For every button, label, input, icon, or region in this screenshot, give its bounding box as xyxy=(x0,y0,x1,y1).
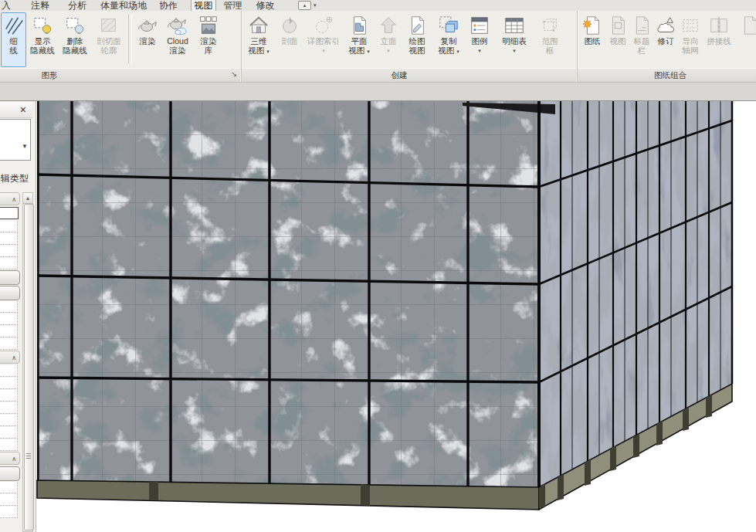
property-field[interactable] xyxy=(0,378,18,389)
ribbon-button-callout: 详图索引▾ xyxy=(304,12,343,67)
ribbon-button-label: 渲染 xyxy=(170,46,186,56)
ribbon-button-render-gallery[interactable]: 渲染库 xyxy=(194,12,223,67)
thin-lines-icon xyxy=(3,15,25,36)
ribbon-button-elevation: 立面▾ xyxy=(375,12,402,67)
ribbon-button-show-hidden-lines[interactable]: 显示隐藏线 xyxy=(26,12,59,67)
ribbon-canvas-gap xyxy=(0,83,756,100)
ribbon-button-schedules[interactable]: 明细表▾ xyxy=(494,12,534,67)
chevron-down-icon: ▾ xyxy=(456,49,459,54)
chevron-down-icon: ▼ xyxy=(22,143,28,150)
ribbon-button-label: 详图索引 xyxy=(307,37,340,46)
property-field[interactable] xyxy=(0,233,18,245)
property-field[interactable] xyxy=(0,390,18,402)
show-hidden-lines-icon xyxy=(32,15,53,36)
building-3d-render xyxy=(36,101,755,531)
ribbon-button-label: 轮廓 xyxy=(101,46,117,56)
property-field[interactable] xyxy=(0,494,18,506)
property-field[interactable] xyxy=(0,439,18,451)
ribbon-panel-2: 图纸视图标题栏修订导向轴网拼接线图纸组合 xyxy=(578,11,756,82)
tab-manage[interactable]: 管理 xyxy=(222,0,244,11)
property-field[interactable] xyxy=(0,258,18,269)
ribbon-button-revisions[interactable]: 修订 xyxy=(654,12,677,67)
drafting-view-icon xyxy=(406,15,428,36)
ribbon-button-guide-grid: 导向轴网 xyxy=(677,12,703,67)
ribbon-button-label: 三维 xyxy=(251,37,267,46)
property-group-header[interactable]: ∧ xyxy=(0,192,20,205)
legends-icon xyxy=(469,15,490,36)
ribbon-button-label: 隐藏线 xyxy=(63,46,87,56)
ribbon-button-view-reference xyxy=(734,12,756,67)
property-field[interactable] xyxy=(0,365,18,377)
property-button[interactable] xyxy=(0,286,20,300)
ribbon-button-label: 明细表 xyxy=(502,37,527,46)
property-button[interactable] xyxy=(0,270,20,285)
tab-annotate[interactable]: 注释 xyxy=(29,0,51,11)
ribbon-panel-label-bar: 图纸组合 xyxy=(578,68,756,82)
property-field[interactable] xyxy=(0,326,18,337)
ribbon-button-plan-views[interactable]: 平面视图 ▾ xyxy=(343,12,375,67)
scope-box-icon xyxy=(539,15,561,36)
tab-view[interactable]: 视图 xyxy=(191,0,216,11)
ribbon-button-label: 渲染 xyxy=(140,37,156,46)
properties-scrollbar[interactable]: ▲ xyxy=(22,192,33,532)
dialog-launcher-icon[interactable]: ↘ xyxy=(231,70,237,78)
property-field[interactable] xyxy=(0,301,18,313)
property-field[interactable] xyxy=(0,207,19,219)
property-field[interactable] xyxy=(0,507,18,518)
ribbon-button-section: 剖面 xyxy=(275,12,304,67)
ribbon-button-label: 显示 xyxy=(35,37,51,46)
edit-type-button[interactable]: 辑类型 xyxy=(1,172,29,185)
property-field[interactable] xyxy=(0,402,18,414)
panel-toggle-icon: ▴ xyxy=(298,1,311,10)
cut-profile-icon xyxy=(98,15,120,36)
ribbon-button-legends[interactable]: 图例▾ xyxy=(465,12,494,67)
ribbon-button-remove-hidden-lines[interactable]: 删除隐藏线 xyxy=(59,12,91,67)
scrollbar-thumb[interactable] xyxy=(24,204,34,530)
ribbon-button-label: Cloud xyxy=(167,37,188,46)
ribbon-button-thin-lines[interactable]: 细线 xyxy=(1,12,26,67)
ribbon-button-drafting-view[interactable]: 绘图视图 xyxy=(402,12,432,67)
tab-massing-site[interactable]: 体量和场地 xyxy=(100,0,147,11)
ribbon-button-label: 拼接线 xyxy=(707,37,731,46)
ribbon-button-label: 库 xyxy=(205,46,213,56)
property-field[interactable] xyxy=(0,246,18,257)
property-group-header[interactable]: ∧ xyxy=(0,452,20,465)
tab-insert[interactable]: 入 xyxy=(0,0,12,11)
default-3d-view-icon xyxy=(248,15,270,36)
elevation-icon xyxy=(378,15,399,36)
property-field[interactable] xyxy=(0,221,18,232)
close-icon[interactable]: × xyxy=(20,103,26,117)
chevron-down-icon: ▾ xyxy=(314,2,317,8)
property-button[interactable] xyxy=(0,466,20,481)
matchline-icon xyxy=(708,15,730,36)
ribbon-tab-bar: 入注释分析体量和场地协作视图管理修改▴▾ xyxy=(0,0,756,11)
property-field[interactable] xyxy=(0,415,18,426)
tab-collaborate[interactable]: 协作 xyxy=(158,0,179,11)
property-field[interactable] xyxy=(0,482,18,493)
viewport-3d[interactable] xyxy=(36,100,756,532)
tab-analyze[interactable]: 分析 xyxy=(66,0,88,11)
ribbon-button-duplicate-view[interactable]: 复制视图 ▾ xyxy=(432,12,465,67)
render-icon xyxy=(137,15,158,36)
property-field[interactable] xyxy=(0,427,18,439)
ribbon-button-label: 导向 xyxy=(683,37,699,46)
property-group-header[interactable]: ∧ xyxy=(0,351,20,364)
ribbon-button-render[interactable]: 渲染 xyxy=(134,12,161,67)
ribbon-button-default-3d-view[interactable]: 三维视图 ▾ xyxy=(242,12,275,67)
ribbon-panel-label: 创建 xyxy=(392,70,408,81)
ribbon-button-label: 修订 xyxy=(658,37,674,46)
property-field[interactable] xyxy=(0,313,18,325)
ribbon-button-label: 图例 xyxy=(472,37,488,46)
ribbon-button-viewport: 视图 xyxy=(606,12,629,67)
tab-modify[interactable]: 修改 xyxy=(254,0,276,11)
scroll-up-icon[interactable]: ▲ xyxy=(23,193,32,204)
workspace: × ▼ 辑类型 ∧∧∧ ▲ xyxy=(0,100,756,532)
property-field[interactable] xyxy=(0,338,18,350)
ribbon-state-toggle-button[interactable]: ▴▾ xyxy=(298,1,317,10)
type-selector-dropdown[interactable]: ▼ xyxy=(0,119,31,161)
properties-panel: × ▼ 辑类型 ∧∧∧ ▲ xyxy=(0,100,36,532)
chevron-down-icon: ▾ xyxy=(266,49,270,54)
ribbon-button-render-in-cloud[interactable]: Cloud渲染 xyxy=(161,12,194,67)
ribbon-panel-label: 图形 xyxy=(42,70,58,81)
ribbon-button-sheet[interactable]: 图纸 xyxy=(578,12,606,67)
